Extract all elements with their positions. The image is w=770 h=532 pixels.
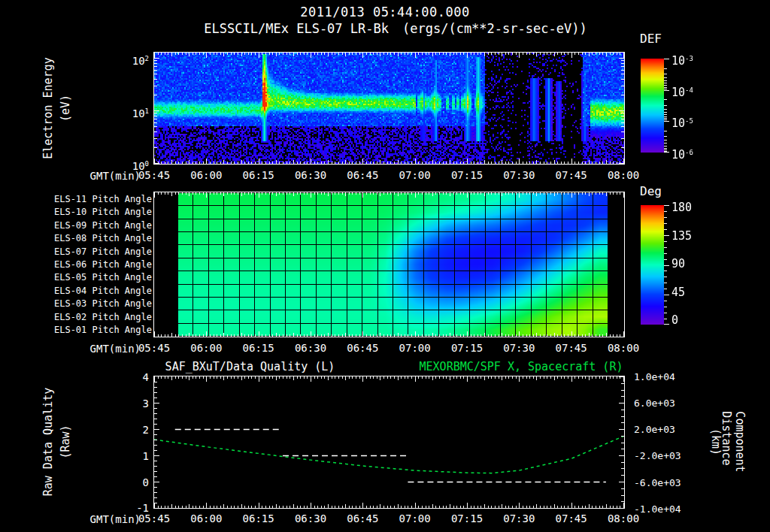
quality-ylabel-right: Component Distance — [720, 411, 747, 472]
def-tick-label: 10-4 — [671, 83, 717, 95]
time-tick-label: 06:15 — [236, 512, 281, 524]
pitch-row-label: ELS-11 Pitch Angle — [23, 194, 152, 204]
gmt-axis-label-top: GMT(min) — [71, 170, 141, 182]
time-tick-label: 06:45 — [340, 512, 385, 524]
time-tick-label: 07:45 — [549, 342, 594, 354]
pitch-row-label: ELS-01 Pitch Angle — [23, 325, 152, 335]
gmt-axis-label-middle: GMT(min) — [71, 343, 141, 355]
energy-tick-label: 101 — [105, 104, 149, 116]
deg-tick-label: 0 — [671, 314, 709, 326]
time-tick-label: 07:00 — [393, 342, 438, 354]
pitch-angle-grid-plot — [153, 192, 625, 337]
pitch-row-label: ELS-09 Pitch Angle — [23, 220, 152, 231]
quality-ylabel-left: Raw Data Quality — [41, 388, 55, 497]
energy-spectrogram-plot — [153, 52, 625, 165]
time-tick-label: 06:15 — [236, 169, 281, 181]
time-tick-label: 08:00 — [601, 342, 646, 354]
gmt-axis-label-bottom: GMT(min) — [71, 513, 141, 525]
time-tick-label: 07:00 — [393, 169, 438, 181]
time-tick-label: 07:15 — [444, 342, 490, 354]
energy-tick-label: 102 — [105, 52, 149, 64]
quality-ylabel-left-units: (Raw) — [59, 425, 72, 458]
time-tick-label: 06:45 — [340, 342, 385, 354]
quality-tick-label: 2 — [113, 424, 149, 436]
quality-tick-label: 0 — [113, 476, 149, 488]
distance-tick-label: -2.0e+03 — [634, 450, 709, 462]
def-tick-label: 10-3 — [671, 52, 717, 64]
energy-tick-label: 100 — [105, 157, 149, 169]
time-tick-label: 06:00 — [183, 512, 229, 524]
distance-tick-label: 6.0e+03 — [634, 397, 709, 410]
pitch-row-label: ELS-06 Pitch Angle — [23, 259, 152, 270]
quality-series-title: SAF_BXuT/Data Quality (L) — [154, 360, 346, 373]
pitch-row-label: ELS-02 Pitch Angle — [23, 312, 152, 322]
quality-tick-label: -1 — [113, 502, 149, 514]
pitch-row-label: ELS-08 Pitch Angle — [23, 233, 152, 243]
time-tick-label: 06:30 — [288, 342, 333, 354]
def-colorbar — [641, 59, 672, 154]
pitch-row-label: ELS-07 Pitch Angle — [23, 246, 152, 257]
time-tick-label: 07:30 — [496, 169, 541, 181]
quality-ylabel-right-units: (km) — [709, 428, 723, 455]
def-tick-label: 10-5 — [671, 114, 717, 126]
pitch-row-label: ELS-04 Pitch Angle — [23, 286, 152, 296]
deg-colorbar — [641, 205, 672, 326]
distance-tick-label: -1.0e+04 — [634, 503, 709, 515]
instrument-name: ELSSCIL/MEx ELS-07 LR-Bk — [204, 21, 389, 36]
time-tick-label: 06:45 — [340, 169, 385, 181]
time-tick-label: 06:30 — [288, 169, 333, 181]
time-tick-label: 07:15 — [444, 512, 490, 524]
time-tick-label: 07:00 — [393, 512, 438, 524]
def-colorbar-title: DEF — [640, 32, 662, 46]
quality-tick-label: 1 — [113, 450, 149, 462]
time-tick-label: 06:30 — [288, 512, 333, 524]
spacecraft-series-title: MEXORBMC/SPF X, Spacecraft (R) — [412, 360, 630, 373]
def-tick-label: 10-6 — [671, 146, 717, 158]
spectrogram-ylabel: Electron Energy — [41, 57, 55, 159]
time-tick-label: 08:00 — [601, 169, 646, 181]
quality-tick-label: 3 — [113, 397, 149, 410]
time-tick-label: 07:30 — [496, 512, 541, 524]
time-tick-label: 06:00 — [183, 169, 229, 181]
deg-colorbar-title: Deg — [640, 184, 662, 198]
time-tick-label: 07:15 — [444, 169, 490, 181]
pitch-row-label: ELS-10 Pitch Angle — [23, 207, 152, 217]
time-tick-label: 07:45 — [549, 169, 594, 181]
distance-tick-label: 2.0e+03 — [634, 424, 709, 436]
time-tick-label: 07:30 — [496, 342, 541, 354]
flux-units-label: (ergs/(cm**2-sr-sec-eV)) — [402, 21, 587, 36]
time-tick-label: 06:00 — [183, 342, 229, 354]
time-tick-label: 05:45 — [132, 342, 177, 354]
time-tick-label: 06:15 — [236, 342, 281, 354]
distance-tick-label: -6.0e+03 — [634, 477, 709, 489]
spectrogram-ylabel-units: (eV) — [59, 95, 72, 122]
quality-tick-label: 4 — [113, 371, 149, 383]
deg-tick-label: 180 — [671, 201, 709, 213]
time-tick-label: 05:45 — [132, 512, 177, 524]
distance-tick-label: 1.0e+04 — [634, 371, 709, 383]
deg-tick-label: 45 — [671, 286, 709, 298]
data-quality-distance-plot — [153, 376, 625, 509]
pitch-row-label: ELS-05 Pitch Angle — [23, 272, 152, 283]
deg-tick-label: 135 — [671, 230, 709, 242]
time-tick-label: 07:45 — [549, 512, 594, 524]
deg-tick-label: 90 — [671, 258, 709, 270]
pitch-row-label: ELS-03 Pitch Angle — [23, 298, 152, 309]
timestamp-title: 2011/013 05:44:00.000 — [0, 5, 770, 20]
els-science-display: 2011/013 05:44:00.000 ELSSCIL/MEx ELS-07… — [0, 0, 770, 532]
